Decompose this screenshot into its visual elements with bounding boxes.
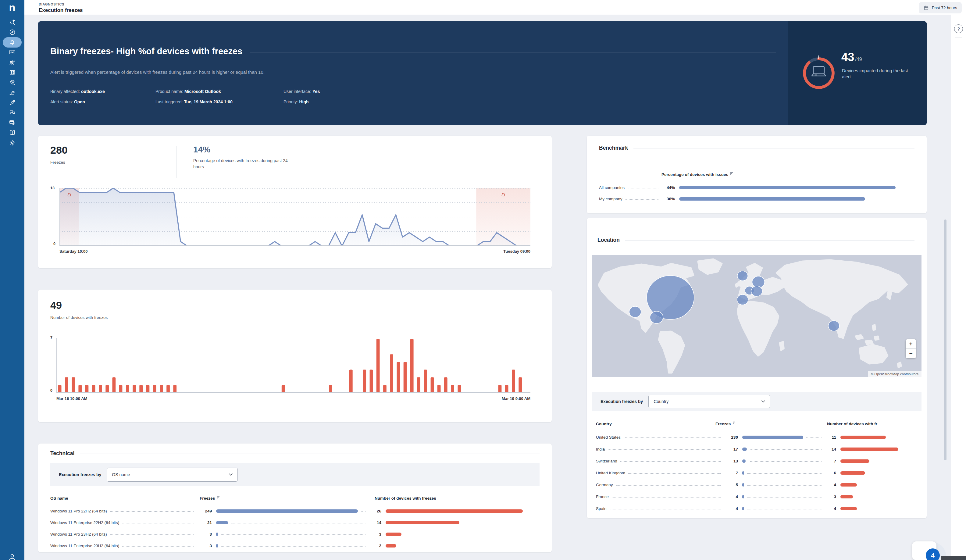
location-bubble[interactable] bbox=[738, 271, 748, 281]
alert-impact-panel: 43 /49 Devices impacted during the last … bbox=[788, 21, 927, 125]
dotted-leader bbox=[122, 522, 194, 524]
alert-field: Alert status:Open bbox=[50, 99, 156, 104]
column-header: Country bbox=[596, 422, 724, 426]
rocket-icon bbox=[9, 99, 16, 106]
table-row[interactable]: Windows 11 Enterprise 22H2 (64 bits)2114 bbox=[50, 517, 540, 528]
table-row[interactable]: India1714 bbox=[596, 443, 918, 455]
y-axis-max-label: 7 bbox=[50, 336, 53, 340]
sidebar-item-investigate[interactable] bbox=[0, 77, 25, 87]
dotted-leader bbox=[231, 522, 365, 524]
help-rail: ? bbox=[951, 15, 966, 560]
table-row[interactable]: Spain44 bbox=[596, 503, 918, 514]
sidebar-item-automation[interactable] bbox=[0, 87, 25, 98]
dotted-leader bbox=[110, 511, 194, 512]
freezes-bar bbox=[742, 495, 744, 498]
location-bubble[interactable] bbox=[751, 286, 762, 296]
location-bubble[interactable] bbox=[737, 294, 748, 305]
table-row[interactable]: United States23011 bbox=[596, 431, 918, 443]
sidebar-item-compass[interactable] bbox=[0, 27, 25, 37]
dotted-leader bbox=[750, 449, 821, 450]
label-text: Windows 11 Enterprise 23H2 (64 bits) bbox=[50, 544, 119, 548]
location-groupby-select[interactable]: Country bbox=[648, 395, 770, 408]
time-range-button[interactable]: Past 72 hours bbox=[919, 2, 962, 13]
zoom-out-button[interactable]: − bbox=[906, 349, 916, 358]
freezes-value: 13 bbox=[724, 459, 742, 463]
row-label: United States bbox=[596, 435, 724, 440]
table-row[interactable]: Windows 11 Enterprise 23H2 (64 bits)32 bbox=[50, 540, 540, 552]
alert-fields: Binary affected:outlook.exeProduct name:… bbox=[50, 89, 320, 104]
freezes-bar bbox=[216, 509, 358, 513]
alert-field-value: outlook.exe bbox=[81, 89, 105, 94]
x-axis-end-label: Mar 19 9:00 AM bbox=[502, 396, 531, 401]
row-label: Switzerland bbox=[596, 459, 724, 463]
stat-divider bbox=[176, 146, 177, 178]
table-row[interactable]: Switzerland137 bbox=[596, 455, 918, 467]
label-text: India bbox=[596, 447, 605, 452]
location-bubble[interactable] bbox=[828, 321, 840, 331]
alert-field-label: Last triggered: bbox=[156, 99, 183, 104]
apps-grid-icon bbox=[9, 69, 16, 76]
freezes-card: 280 Freezes 14% Percentage of devices wi… bbox=[38, 136, 552, 268]
table-row[interactable]: Windows 11 Pro 22H2 (64 bits)24926 bbox=[50, 505, 540, 517]
alert-field-label: Priority: bbox=[284, 99, 298, 104]
sidebar-item-design[interactable] bbox=[0, 118, 25, 128]
sidebar-item-applications[interactable] bbox=[0, 67, 25, 77]
freezes-bar-area bbox=[742, 483, 825, 486]
app-logo[interactable]: n bbox=[0, 0, 25, 15]
table-row[interactable]: Windows 11 Pro 23H2 (64 bits)33 bbox=[50, 528, 540, 540]
freezes-value: 21 bbox=[197, 521, 216, 525]
value-bar bbox=[679, 186, 895, 189]
freezes-line-chart: 13 0 Saturday 10:00 Tuesday 09:00 bbox=[59, 188, 531, 246]
freezes-bar-area bbox=[216, 544, 368, 547]
sidebar-item-launch[interactable] bbox=[0, 98, 25, 108]
freezes-bar bbox=[742, 471, 744, 475]
location-heading: Location bbox=[598, 237, 620, 243]
map-zoom-control: + − bbox=[906, 339, 916, 358]
dotted-leader bbox=[626, 199, 659, 200]
world-map[interactable]: + − © OpenStreetMap contributors bbox=[592, 255, 922, 377]
dotted-leader bbox=[221, 546, 365, 547]
devices-bar-area bbox=[386, 509, 540, 513]
sidebar-item-settings[interactable] bbox=[0, 138, 25, 148]
devices-bar bbox=[840, 460, 869, 463]
location-bubble[interactable] bbox=[650, 311, 663, 324]
alert-field: User interface:Yes bbox=[284, 89, 320, 94]
table-row[interactable]: United Kingdom76 bbox=[596, 467, 918, 479]
scrollbar-thumb[interactable] bbox=[944, 220, 946, 460]
help-button[interactable]: ? bbox=[954, 25, 963, 33]
dotted-leader bbox=[624, 437, 721, 438]
dotted-leader bbox=[610, 509, 721, 509]
selected-option: Country bbox=[654, 399, 669, 404]
zoom-in-button[interactable]: + bbox=[906, 339, 916, 349]
devices-bar-area bbox=[840, 507, 918, 510]
groupby-label: Execution freezes by bbox=[59, 472, 101, 477]
notification-count: 4 bbox=[931, 552, 935, 559]
table-row[interactable]: France43 bbox=[596, 491, 918, 503]
dotted-leader bbox=[612, 497, 721, 498]
row-label: My company bbox=[599, 197, 662, 201]
sidebar-item-profile[interactable] bbox=[0, 553, 25, 560]
devices-value: 2 bbox=[368, 544, 386, 548]
sidebar-item-alerts[interactable] bbox=[0, 37, 25, 47]
column-header-label: Country bbox=[596, 422, 612, 426]
heading-divider bbox=[80, 453, 540, 454]
sidebar-item-training[interactable] bbox=[0, 57, 25, 67]
question-mark-icon: ? bbox=[957, 26, 960, 31]
benchmark-heading: Benchmark bbox=[599, 145, 628, 151]
sidebar-item-monitoring[interactable] bbox=[0, 47, 25, 57]
sidebar-item-engage[interactable] bbox=[0, 108, 25, 118]
dotted-leader bbox=[747, 485, 821, 486]
sidebar-item-library[interactable] bbox=[0, 128, 25, 138]
technical-groupby-select[interactable]: OS name bbox=[107, 468, 238, 482]
row-value: 36% bbox=[662, 197, 679, 201]
devices-bar bbox=[840, 448, 898, 451]
sidebar-item-ai-search[interactable] bbox=[0, 17, 25, 27]
label-text: United Kingdom bbox=[596, 471, 625, 475]
freezes-bar bbox=[216, 521, 228, 524]
location-bubble[interactable] bbox=[629, 306, 641, 317]
devices-bar bbox=[840, 436, 886, 439]
freezes-value: 4 bbox=[724, 494, 742, 499]
notification-badge[interactable]: 4 bbox=[926, 549, 940, 560]
table-row[interactable]: Germany54 bbox=[596, 479, 918, 491]
calendar-icon bbox=[923, 5, 929, 11]
